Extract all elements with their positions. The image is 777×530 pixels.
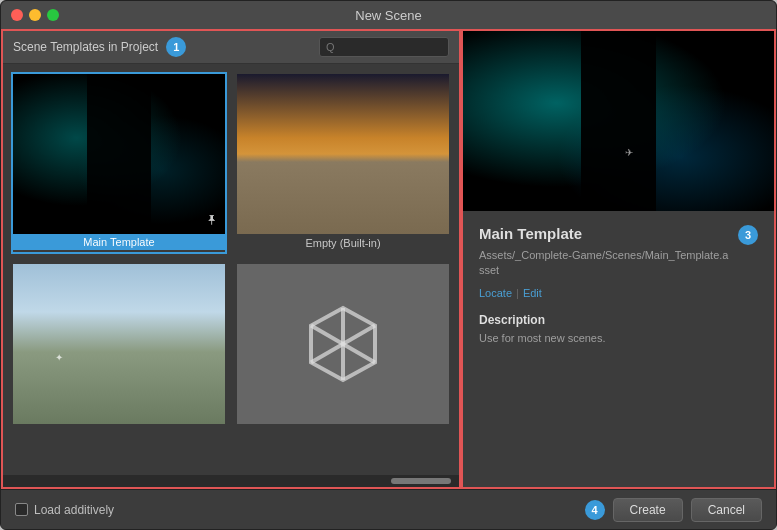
template-label-basic <box>13 424 225 430</box>
unity-logo-icon <box>303 304 383 384</box>
detail-links: Locate | Edit <box>479 287 730 299</box>
bottom-buttons: 4 Create Cancel <box>585 498 762 522</box>
scrollbar-area <box>3 475 459 487</box>
load-additive-label: Load additively <box>34 503 114 517</box>
window-controls <box>11 9 59 21</box>
maximize-button[interactable] <box>47 9 59 21</box>
template-label-main: Main Template <box>13 234 225 250</box>
section-title: Scene Templates in Project <box>13 40 158 54</box>
minimize-button[interactable] <box>29 9 41 21</box>
badge-1: 1 <box>166 37 186 57</box>
left-panel: Scene Templates in Project 1 🖈 Main Temp… <box>1 29 461 489</box>
template-item-basic[interactable] <box>11 262 227 432</box>
detail-desc-title: Description <box>479 313 730 327</box>
thumb-unity-bg <box>237 264 449 424</box>
template-label-empty: Empty (Built-in) <box>237 234 449 252</box>
template-item-main[interactable]: 🖈 Main Template <box>11 72 227 254</box>
template-item-empty[interactable]: Empty (Built-in) <box>235 72 451 254</box>
template-thumbnail-basic <box>13 264 225 424</box>
new-scene-window: New Scene Scene Templates in Project 1 <box>0 0 777 530</box>
thumb-main-bg <box>13 74 225 234</box>
load-additive-checkbox[interactable] <box>15 503 28 516</box>
badge-3: 3 <box>738 225 758 245</box>
locate-link[interactable]: Locate <box>479 287 512 299</box>
close-button[interactable] <box>11 9 23 21</box>
link-separator: | <box>516 287 519 299</box>
spaceship-icon: ✈ <box>625 147 637 157</box>
load-additive-area: Load additively <box>15 503 114 517</box>
thumb-empty-bg <box>237 74 449 234</box>
detail-desc-text: Use for most new scenes. <box>479 331 730 346</box>
create-button[interactable]: Create <box>613 498 683 522</box>
template-thumbnail-main: 🖈 <box>13 74 225 234</box>
template-thumbnail-unity <box>237 264 449 424</box>
cancel-button[interactable]: Cancel <box>691 498 762 522</box>
thumb-center-strip <box>87 74 151 234</box>
template-item-unity[interactable] <box>235 262 451 432</box>
templates-grid: 🖈 Main Template Empty (Built-in) <box>3 64 459 475</box>
badge-4: 4 <box>585 500 605 520</box>
window-title: New Scene <box>355 8 421 23</box>
left-header: Scene Templates in Project 1 <box>3 31 459 64</box>
detail-path: Assets/_Complete-Game/Scenes/Main_Templa… <box>479 248 730 279</box>
preview-space-bg: ✈ <box>463 31 774 211</box>
detail-title: Main Template <box>479 225 730 242</box>
scrollbar-thumb[interactable] <box>391 478 451 484</box>
edit-link[interactable]: Edit <box>523 287 542 299</box>
pin-icon: 🖈 <box>205 212 219 228</box>
preview-image: ✈ <box>463 31 774 211</box>
template-label-unity <box>237 424 449 430</box>
right-panel: ✈ Main Template Assets/_Complete-Game/Sc… <box>461 29 776 489</box>
template-thumbnail-empty <box>237 74 449 234</box>
bottom-bar: Load additively 4 Create Cancel <box>1 489 776 529</box>
preview-center-strip <box>581 31 656 211</box>
title-bar: New Scene <box>1 1 776 29</box>
main-content: Scene Templates in Project 1 🖈 Main Temp… <box>1 29 776 489</box>
search-input[interactable] <box>319 37 449 57</box>
detail-section: Main Template Assets/_Complete-Game/Scen… <box>463 211 774 487</box>
thumb-basic-bg <box>13 264 225 424</box>
